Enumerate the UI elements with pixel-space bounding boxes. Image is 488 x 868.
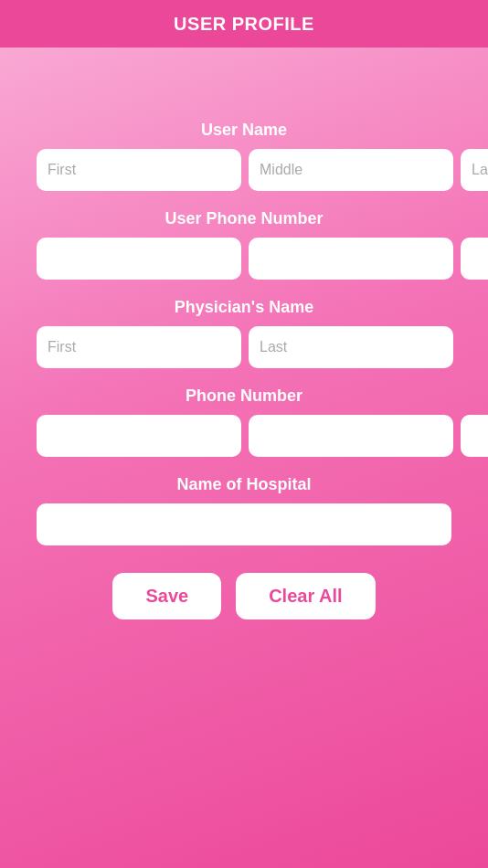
phone-number-last-input[interactable] [461,415,488,457]
user-name-section: User Name [37,121,451,191]
hospital-name-input[interactable] [37,503,451,545]
button-row: Save Clear All [112,573,375,619]
user-name-label: User Name [37,121,451,140]
user-phone-section: User Phone Number [37,209,451,280]
user-first-name-input[interactable] [37,149,241,191]
hospital-section: Name of Hospital [37,475,451,545]
hospital-label: Name of Hospital [37,475,451,494]
phone-area-input[interactable] [37,415,241,457]
save-button[interactable]: Save [112,573,221,619]
user-last-name-input[interactable] [461,149,488,191]
header: USER PROFILE [0,0,488,48]
phone-exchange-input[interactable] [249,415,453,457]
user-phone-label: User Phone Number [37,209,451,228]
user-phone-area-input[interactable] [37,238,241,280]
physician-last-name-input[interactable] [249,326,453,368]
phone-number-label: Phone Number [37,386,451,406]
physician-name-section: Physician's Name [37,298,451,368]
user-middle-name-input[interactable] [249,149,453,191]
user-phone-exchange-input[interactable] [249,238,453,280]
physician-first-name-input[interactable] [37,326,241,368]
phone-number-section: Phone Number [37,386,451,457]
header-title: USER PROFILE [174,14,314,35]
user-phone-number-input[interactable] [461,238,488,280]
physician-name-label: Physician's Name [37,298,451,317]
background: User Name User Phone Number Physician's … [0,48,488,868]
clear-all-button[interactable]: Clear All [236,573,375,619]
